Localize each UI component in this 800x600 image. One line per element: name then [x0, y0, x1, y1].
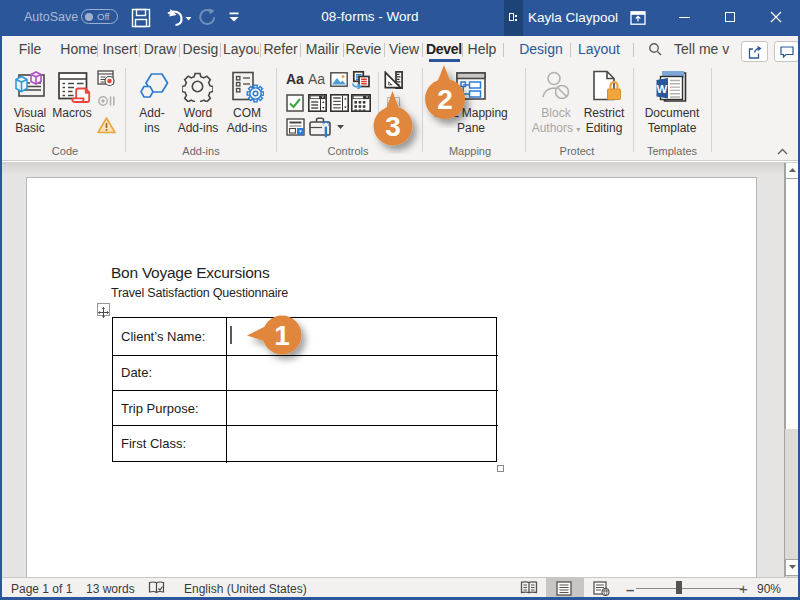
- svg-text:W: W: [657, 83, 668, 95]
- svg-text:2: 2: [437, 84, 453, 115]
- svg-text:1: 1: [274, 320, 290, 351]
- svg-text:3: 3: [385, 111, 401, 142]
